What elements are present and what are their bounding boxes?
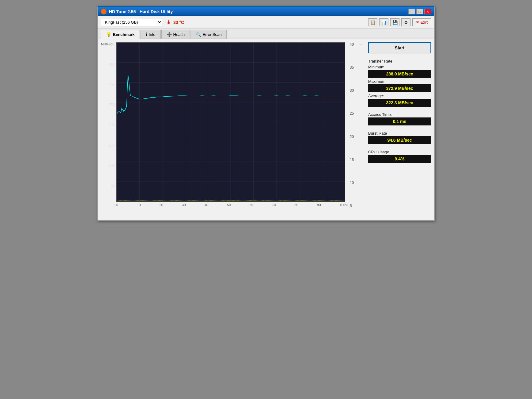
burst-rate-section: Burst Rate 94.6 MB/sec	[368, 130, 431, 144]
icon-btn-3[interactable]: 💾	[390, 18, 399, 26]
close-button[interactable]: ✕	[424, 9, 431, 14]
average-value: 322.3 MB/sec	[368, 99, 431, 107]
icon-btn-4[interactable]: ⚙	[401, 18, 411, 26]
title-bar-controls: ─ □ ✕	[408, 9, 431, 14]
transfer-rate-section: Transfer Rate Minimum 288.0 MB/sec Maxim…	[368, 58, 431, 107]
benchmark-chart	[116, 42, 345, 202]
transfer-rate-title: Transfer Rate	[368, 59, 431, 63]
icon-btn-2[interactable]: 📊	[379, 18, 388, 26]
main-window: HD Tune 2.55 - Hard Disk Utility ─ □ ✕ K…	[97, 6, 435, 221]
stats-sidebar: Start Transfer Rate Minimum 288.0 MB/sec…	[364, 42, 431, 217]
info-icon: ℹ	[146, 32, 147, 37]
drive-select[interactable]: KingFast (256 GB)	[101, 18, 162, 26]
access-time-label: Access Time:	[368, 112, 431, 117]
x-axis-labels: 0 10 20 30 40 50 60 70 80 90 100%	[116, 202, 348, 208]
tab-info[interactable]: ℹ Info	[141, 30, 161, 39]
icon-btn-1[interactable]: 📋	[368, 18, 377, 26]
cpu-usage-label: CPU Usage	[368, 150, 431, 154]
exit-button[interactable]: ✕ Exit	[412, 18, 431, 26]
temperature-value: 33 °C	[173, 20, 184, 25]
exit-x-icon: ✕	[416, 20, 419, 25]
start-button[interactable]: Start	[368, 42, 431, 53]
error-scan-icon: 🔍	[196, 32, 201, 37]
right-axis-labels: 40 35 30 25 20 15 10 5	[348, 42, 364, 208]
tab-health[interactable]: ➕ Health	[161, 30, 190, 39]
burst-rate-value: 94.6 MB/sec	[368, 136, 431, 144]
tab-error-scan[interactable]: 🔍 Error Scan	[191, 30, 227, 39]
minimize-button[interactable]: ─	[408, 9, 415, 14]
window-title: HD Tune 2.55 - Hard Disk Utility	[109, 9, 173, 14]
health-icon: ➕	[167, 32, 172, 37]
app-icon	[101, 9, 106, 14]
title-bar: HD Tune 2.55 - Hard Disk Utility ─ □ ✕	[98, 7, 434, 16]
average-label: Average:	[368, 94, 431, 98]
content-area: MB/sec 400 350 300 250 200 150 100 50 0 …	[98, 39, 434, 220]
benchmark-icon: 💡	[106, 32, 111, 37]
cpu-usage-section: CPU Usage 9.4%	[368, 148, 431, 163]
cpu-usage-value: 9.4%	[368, 155, 431, 163]
chart-area: MB/sec 400 350 300 250 200 150 100 50 0 …	[101, 42, 364, 217]
access-time-section: Access Time: 0.1 ms	[368, 111, 431, 125]
tabs: 💡 Benchmark ℹ Info ➕ Health 🔍 Error Scan	[98, 29, 434, 39]
maximum-label: Maximum	[368, 79, 431, 84]
access-time-value: 0.1 ms	[368, 117, 431, 125]
toolbar: KingFast (256 GB) 🌡 33 °C 📋 📊 💾 ⚙ ✕ Exit	[98, 16, 434, 29]
title-bar-left: HD Tune 2.55 - Hard Disk Utility	[101, 9, 173, 14]
minimum-label: Minimum	[368, 65, 431, 69]
maximum-value: 372.9 MB/sec	[368, 84, 431, 92]
minimum-value: 288.0 MB/sec	[368, 70, 431, 78]
thermometer-icon: 🌡	[166, 19, 172, 25]
maximize-button[interactable]: □	[416, 9, 423, 14]
tab-benchmark[interactable]: 💡 Benchmark	[101, 30, 140, 39]
toolbar-icons: 📋 📊 💾 ⚙ ✕ Exit	[368, 18, 431, 26]
temperature-display: 🌡 33 °C	[166, 19, 184, 25]
y-axis-labels: 400 350 300 250 200 150 100 50 0	[101, 42, 116, 208]
burst-rate-label: Burst Rate	[368, 131, 431, 136]
